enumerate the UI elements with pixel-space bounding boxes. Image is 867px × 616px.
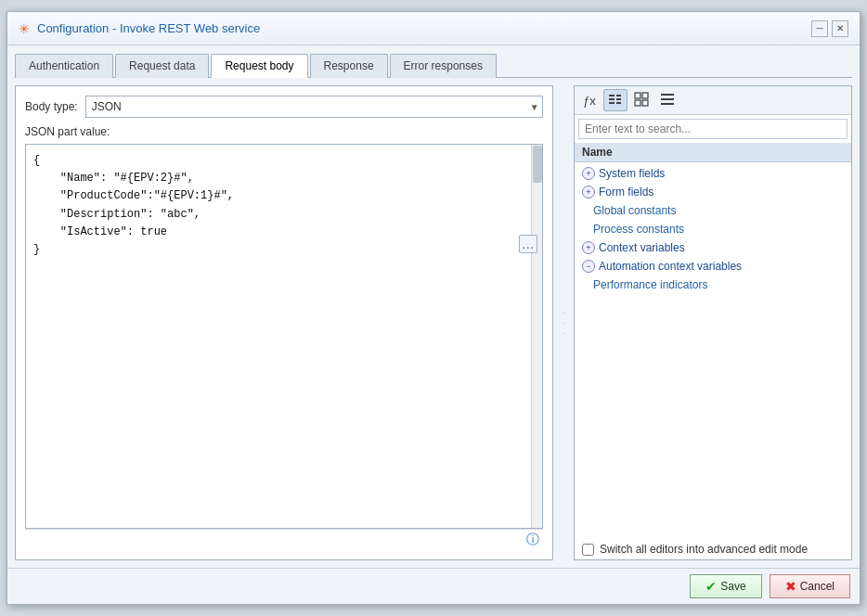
advanced-edit-row: Switch all editors into advanced edit mo… bbox=[582, 543, 808, 556]
save-label: Save bbox=[720, 580, 745, 593]
editor-bottom-bar: ⓘ bbox=[25, 529, 543, 550]
svg-rect-5 bbox=[616, 102, 621, 104]
svg-rect-11 bbox=[661, 98, 674, 100]
tab-authentication[interactable]: Authentication bbox=[15, 54, 113, 78]
info-icon[interactable]: ⓘ bbox=[526, 532, 539, 548]
title-bar-left: ✳ Configuration - Invoke REST Web servic… bbox=[19, 21, 260, 36]
json-editor-wrapper: { "Name": "#{EPV:2}#", "ProductCode":"#{… bbox=[25, 144, 543, 529]
save-button[interactable]: ✔ Save bbox=[690, 574, 761, 598]
process-constants-label: Process constants bbox=[593, 223, 684, 236]
svg-rect-2 bbox=[609, 102, 615, 104]
toolbar-list-button[interactable] bbox=[655, 89, 679, 111]
right-panel: ƒx bbox=[574, 85, 852, 560]
right-toolbar: ƒx bbox=[575, 86, 851, 115]
performance-indicators-label: Performance indicators bbox=[593, 278, 707, 291]
tab-request-data[interactable]: Request data bbox=[115, 54, 209, 78]
tree-content: + System fields + Form fields Global con… bbox=[575, 162, 851, 539]
body-type-select[interactable]: JSON XML Form data Raw None bbox=[85, 96, 543, 118]
tab-request-body[interactable]: Request body bbox=[211, 54, 307, 78]
expand-icon-form-fields: + bbox=[582, 186, 595, 199]
window-content: Authentication Request data Request body… bbox=[7, 45, 860, 568]
advanced-edit-label: Switch all editors into advanced edit mo… bbox=[600, 543, 808, 556]
tree-item-automation-context[interactable]: − Automation context variables bbox=[575, 257, 851, 276]
expand-icon-context-variables: + bbox=[582, 241, 595, 254]
toolbar-grid-button[interactable] bbox=[629, 89, 653, 111]
main-window: ✳ Configuration - Invoke REST Web servic… bbox=[6, 11, 861, 605]
form-fields-label: Form fields bbox=[599, 186, 653, 199]
svg-rect-10 bbox=[661, 94, 674, 96]
tree-item-context-variables[interactable]: + Context variables bbox=[575, 238, 851, 257]
scrollbar-thumb bbox=[533, 146, 542, 183]
title-bar: ✳ Configuration - Invoke REST Web servic… bbox=[7, 12, 860, 45]
svg-rect-3 bbox=[616, 95, 621, 96]
editor-scrollbar[interactable] bbox=[531, 145, 542, 528]
body-type-label: Body type: bbox=[25, 100, 78, 113]
svg-rect-8 bbox=[635, 100, 641, 106]
context-variables-label: Context variables bbox=[599, 241, 685, 254]
advanced-edit-checkbox[interactable] bbox=[582, 544, 594, 556]
svg-rect-4 bbox=[616, 98, 621, 100]
svg-rect-12 bbox=[661, 103, 674, 105]
tree-item-process-constants[interactable]: Process constants bbox=[575, 220, 851, 238]
panel-divider: ··· bbox=[561, 85, 566, 560]
automation-context-label: Automation context variables bbox=[599, 260, 742, 273]
toolbar-fx-button[interactable]: ƒx bbox=[577, 89, 602, 111]
bottom-area: Switch all editors into advanced edit mo… bbox=[575, 539, 851, 559]
left-panel: Body type: JSON XML Form data Raw None ▼… bbox=[15, 85, 553, 560]
window-title: Configuration - Invoke REST Web service bbox=[37, 21, 260, 35]
tree-item-system-fields[interactable]: + System fields bbox=[575, 164, 851, 183]
svg-rect-0 bbox=[609, 95, 615, 96]
app-icon: ✳ bbox=[19, 21, 30, 36]
minimize-button[interactable]: ─ bbox=[811, 20, 828, 37]
footer: ✔ Save ✖ Cancel bbox=[7, 568, 860, 604]
tree-item-performance-indicators[interactable]: Performance indicators bbox=[575, 276, 851, 294]
body-type-row: Body type: JSON XML Form data Raw None ▼ bbox=[25, 96, 543, 118]
svg-rect-7 bbox=[642, 93, 648, 98]
svg-rect-1 bbox=[609, 98, 615, 100]
json-part-label: JSON part value: bbox=[25, 125, 543, 138]
global-constants-label: Global constants bbox=[593, 204, 676, 217]
cancel-button[interactable]: ✖ Cancel bbox=[770, 574, 850, 598]
title-controls: ─ ✕ bbox=[811, 20, 848, 37]
expand-icon-system-fields: + bbox=[582, 167, 595, 180]
cancel-label: Cancel bbox=[800, 580, 835, 593]
search-input[interactable] bbox=[578, 119, 848, 139]
fx-icon: ƒx bbox=[583, 94, 596, 108]
json-editor[interactable]: { "Name": "#{EPV:2}#", "ProductCode":"#{… bbox=[26, 145, 531, 528]
close-button[interactable]: ✕ bbox=[832, 20, 848, 37]
tab-error-responses[interactable]: Error responses bbox=[390, 54, 497, 78]
save-icon: ✔ bbox=[705, 579, 717, 594]
toolbar-values-button[interactable] bbox=[603, 89, 628, 111]
cancel-icon: ✖ bbox=[785, 579, 796, 594]
system-fields-label: System fields bbox=[599, 167, 665, 180]
list-icon bbox=[660, 92, 675, 109]
tabs-bar: Authentication Request data Request body… bbox=[15, 53, 852, 78]
grid-icon bbox=[634, 92, 649, 109]
tree-header: Name bbox=[575, 143, 851, 162]
tab-response[interactable]: Response bbox=[310, 54, 388, 78]
plus-button[interactable]: … bbox=[519, 235, 537, 253]
main-area: Body type: JSON XML Form data Raw None ▼… bbox=[15, 85, 852, 560]
svg-rect-9 bbox=[642, 100, 648, 106]
expand-icon-automation-context: − bbox=[582, 260, 595, 273]
body-type-wrapper: JSON XML Form data Raw None ▼ bbox=[85, 96, 543, 118]
tree-item-form-fields[interactable]: + Form fields bbox=[575, 183, 851, 201]
svg-rect-6 bbox=[635, 93, 641, 98]
tree-item-global-constants[interactable]: Global constants bbox=[575, 201, 851, 220]
values-icon bbox=[608, 92, 623, 109]
